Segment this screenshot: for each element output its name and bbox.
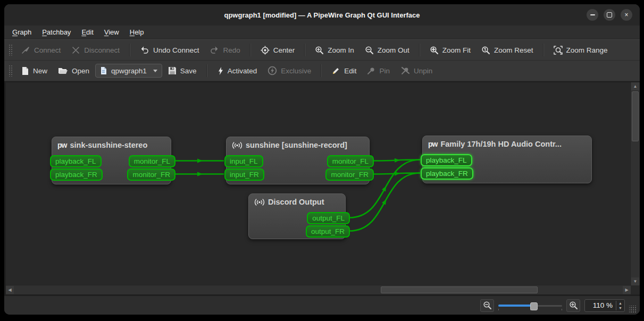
graph-node-discord[interactable]: Discord Outputoutput_FLoutput_FR bbox=[248, 193, 346, 239]
new-button[interactable]: New bbox=[16, 64, 52, 78]
toolbar-button-label: Zoom Reset bbox=[494, 46, 533, 54]
node-title: Discord Output bbox=[268, 198, 324, 206]
menubar: GraphPatchbayEditViewHelp bbox=[4, 26, 640, 39]
menu-item-help[interactable]: Help bbox=[125, 27, 149, 38]
node-header[interactable]: sunshine [sunshine-record] bbox=[227, 137, 369, 149]
zoom-fit-button[interactable]: Zoom Fit bbox=[425, 43, 475, 57]
unpin-button[interactable]: Unpin bbox=[396, 64, 437, 78]
input-port[interactable]: playback_FR bbox=[50, 168, 103, 181]
new-icon bbox=[21, 66, 29, 75]
input-port[interactable]: input_FL bbox=[224, 155, 263, 167]
node-header[interactable]: pwFamily 17h/19h HD Audio Contr... bbox=[423, 136, 591, 148]
exclusive-button[interactable]: Exclusive bbox=[263, 63, 316, 78]
zoom-out-button[interactable]: Zoom Out bbox=[360, 43, 414, 57]
toolbar-drag-handle[interactable] bbox=[9, 44, 12, 56]
zoom-in-button[interactable]: Zoom In bbox=[310, 43, 359, 57]
horizontal-scrollbar[interactable]: ◀ ▶ bbox=[6, 285, 631, 294]
zoom-slider-fill bbox=[498, 305, 533, 307]
menu-item-patchbay[interactable]: Patchbay bbox=[37, 27, 76, 38]
menu-item-view[interactable]: View bbox=[99, 27, 124, 38]
graph-node-family[interactable]: pwFamily 17h/19h HD Audio Contr...playba… bbox=[422, 136, 592, 183]
minimize-icon bbox=[590, 14, 595, 15]
app-window: qpwgraph1 [modified] — A PipeWire Graph … bbox=[4, 4, 640, 315]
edit-button[interactable]: Edit bbox=[327, 64, 361, 78]
center-icon bbox=[261, 46, 270, 55]
graph-node-sunshine[interactable]: sunshine [sunshine-record]input_FLinput_… bbox=[226, 137, 370, 184]
toolbar-button-label: Unpin bbox=[414, 67, 432, 75]
zoom-reset-button[interactable]: Zoom Reset bbox=[476, 43, 538, 57]
edge-arrow-icon bbox=[395, 158, 400, 162]
vertical-scrollbar[interactable]: ▲ ▼ bbox=[630, 82, 640, 285]
input-port[interactable]: playback_FL bbox=[50, 155, 102, 167]
node-title: Family 17h/19h HD Audio Contr... bbox=[440, 140, 561, 148]
statusbar-zoom-out-button[interactable] bbox=[480, 299, 494, 312]
undo-connect-button[interactable]: Undo Connect bbox=[135, 43, 204, 57]
edge-arrow-icon bbox=[382, 198, 388, 205]
toolbar-button-label: Disconnect bbox=[84, 46, 120, 54]
close-icon: × bbox=[624, 11, 628, 19]
scroll-left-arrow[interactable]: ◀ bbox=[6, 286, 14, 294]
node-header[interactable]: Discord Output bbox=[249, 194, 345, 206]
output-port[interactable]: monitor_FR bbox=[127, 168, 175, 181]
scroll-down-arrow[interactable]: ▼ bbox=[631, 277, 639, 285]
output-port[interactable]: monitor_FL bbox=[327, 155, 374, 167]
edge-arrow-icon bbox=[382, 185, 388, 192]
statusbar-zoom-in-button[interactable] bbox=[566, 299, 580, 312]
open-button[interactable]: Open bbox=[53, 64, 94, 78]
minimize-button[interactable] bbox=[587, 9, 598, 21]
zoom-range-button[interactable]: Zoom Range bbox=[549, 43, 613, 57]
scroll-right-arrow[interactable]: ▶ bbox=[623, 286, 631, 294]
connect-button[interactable]: Connect bbox=[16, 43, 65, 57]
pin-button[interactable]: Pin bbox=[362, 64, 395, 78]
disconnect-button[interactable]: Disconnect bbox=[66, 43, 124, 57]
patchbay-select-dropdown[interactable]: qpwgraph1 bbox=[95, 64, 162, 78]
maximize-icon bbox=[607, 12, 612, 18]
toolbar-button-label: Open bbox=[72, 67, 89, 75]
output-port[interactable]: output_FL bbox=[307, 212, 350, 224]
pipewire-icon: pw bbox=[57, 141, 66, 149]
graph-viewport[interactable]: pwsink-sunshine-stereoplayback_FLplaybac… bbox=[6, 82, 631, 285]
toolbar-separator bbox=[321, 64, 322, 77]
zoom-range-icon bbox=[554, 46, 563, 55]
input-port[interactable]: input_FR bbox=[224, 168, 264, 181]
maximize-button[interactable] bbox=[604, 9, 615, 21]
zoom-slider[interactable] bbox=[498, 301, 562, 310]
spin-up-icon[interactable]: ▲ bbox=[616, 301, 624, 306]
statusbar: 110 % ▲ ▼ bbox=[4, 295, 640, 315]
redo-button[interactable]: Redo bbox=[205, 43, 245, 57]
output-port[interactable]: monitor_FR bbox=[325, 168, 374, 181]
slider-tick bbox=[562, 309, 562, 310]
toolbar-button-label: Activated bbox=[228, 67, 257, 75]
scroll-up-arrow[interactable]: ▲ bbox=[631, 82, 639, 90]
menu-item-graph[interactable]: Graph bbox=[7, 27, 36, 38]
zoom-spinbox[interactable]: 110 % ▲ ▼ bbox=[584, 299, 625, 312]
zoom-reset-icon bbox=[481, 46, 490, 55]
toolbar-separator bbox=[129, 44, 130, 56]
center-button[interactable]: Center bbox=[256, 43, 300, 57]
toolbar-separator bbox=[304, 44, 305, 56]
output-port[interactable]: monitor_FL bbox=[129, 155, 175, 167]
horizontal-scroll-thumb[interactable] bbox=[381, 286, 538, 293]
titlebar[interactable]: qpwgraph1 [modified] — A PipeWire Graph … bbox=[4, 4, 640, 26]
input-port[interactable]: playback_FL bbox=[421, 154, 472, 166]
save-button[interactable]: Save bbox=[163, 64, 202, 78]
unpin-icon bbox=[400, 66, 410, 75]
graph-node-sink[interactable]: pwsink-sunshine-stereoplayback_FLplaybac… bbox=[52, 137, 171, 184]
close-button[interactable]: × bbox=[621, 9, 632, 21]
toolbar-separator bbox=[250, 44, 251, 56]
spin-down-icon[interactable]: ▼ bbox=[616, 306, 624, 310]
activated-button[interactable]: Activated bbox=[212, 64, 262, 78]
node-header[interactable]: pwsink-sunshine-stereo bbox=[52, 137, 171, 149]
resize-grip[interactable] bbox=[629, 306, 637, 313]
zoom-slider-handle[interactable] bbox=[530, 302, 538, 310]
menu-item-edit[interactable]: Edit bbox=[77, 27, 98, 38]
vertical-scroll-thumb[interactable] bbox=[632, 91, 639, 141]
node-title: sunshine [sunshine-record] bbox=[246, 141, 347, 149]
broadcast-icon bbox=[232, 141, 242, 149]
toolbar-button-label: Zoom Fit bbox=[442, 46, 471, 54]
input-port[interactable]: playback_FR bbox=[421, 167, 473, 180]
output-port[interactable]: output_FR bbox=[306, 225, 350, 238]
toolbar-drag-handle[interactable] bbox=[9, 65, 12, 77]
edge-arrow-icon bbox=[197, 172, 203, 176]
spinbox-arrows[interactable]: ▲ ▼ bbox=[616, 301, 624, 310]
